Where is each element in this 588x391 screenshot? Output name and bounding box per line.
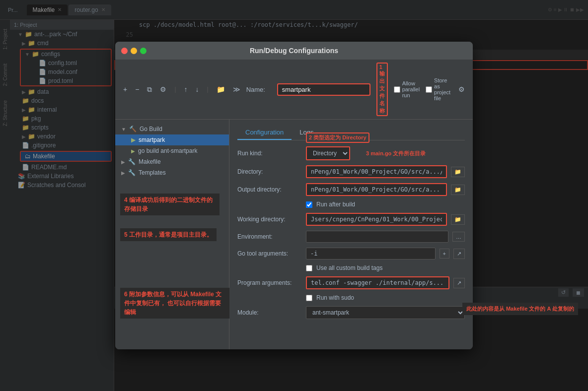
window-min-btn[interactable] — [131, 48, 137, 54]
output-dir-input[interactable] — [306, 183, 447, 196]
environment-input[interactable] — [306, 231, 448, 243]
name-label: Name: — [246, 86, 271, 93]
copy-config-btn[interactable]: ⧉ — [145, 84, 154, 95]
program-args-input[interactable] — [306, 276, 449, 289]
ann-4: 4 编译成功后得到的二进制文件的存储目录 — [120, 194, 220, 215]
move-down-btn[interactable]: ↓ — [194, 84, 201, 94]
window-buttons — [121, 48, 147, 54]
program-args-row: Program arguments: ↗ — [237, 276, 465, 289]
ann-6: 6 附加参数信息，可以从 Makefile 文件中复制已有， 也可以自行根据需要… — [120, 288, 229, 319]
ann-cmd: 此处的内容是从 Makefile 文件的 A 处复制的 — [462, 303, 578, 315]
custom-build-tags-checkbox[interactable] — [306, 265, 312, 271]
module-select[interactable]: ant-smartpark — [306, 306, 465, 319]
modal-titlebar: Run/Debug Configurations — [115, 42, 473, 60]
ann-3: 3 main.go 文件所在目录 — [364, 149, 428, 158]
ann-1: 1 输出文件名称 — [376, 63, 388, 116]
output-dir-row: Output directory: 📁 — [237, 183, 465, 196]
name-input-wrapper — [277, 83, 370, 96]
name-input[interactable] — [278, 84, 369, 95]
run-with-sudo-row: Run with sudo — [306, 294, 465, 301]
directory-label: Directory: — [237, 168, 302, 175]
directory-row: Directory: 📁 — [237, 165, 465, 178]
store-project-label: Store as project file — [426, 77, 450, 101]
settings-btn[interactable]: ⚙ — [158, 84, 168, 94]
directory-browse-btn[interactable]: 📁 — [451, 167, 465, 177]
go-build-icon: 🔨 — [129, 126, 137, 132]
go-build-label: Go Build — [140, 126, 162, 132]
go-build-ant-label: go build ant-smartpark — [138, 147, 197, 154]
ann-2: 2 类型选定为 Directory — [306, 132, 369, 143]
output-dir-label: Output directory: — [237, 186, 302, 193]
environment-row: Environment: … — [237, 231, 465, 243]
environment-label: Environment: — [237, 233, 302, 240]
allow-parallel-label: Allow parallel run — [394, 80, 420, 98]
smartpark-icon: ▶ — [131, 136, 136, 143]
run-kind-label: Run kind: — [237, 150, 302, 157]
ann-5: 5 工作目录，通常是项目主目录。 — [120, 228, 217, 241]
tree-smartpark[interactable]: ▶ smartpark — [115, 134, 229, 145]
templates-label: Templates — [139, 169, 166, 176]
store-project-checkbox[interactable] — [426, 86, 432, 93]
tab-configuration[interactable]: Configuration — [237, 126, 292, 140]
run-kind-row: Run kind: Directory Package File 2 类型选定为… — [237, 146, 465, 160]
tree-go-build[interactable]: ▼ 🔨 Go Build — [115, 124, 229, 134]
go-tool-args-label: Go tool arguments: — [237, 250, 302, 257]
output-dir-browse-btn[interactable]: 📁 — [451, 185, 465, 195]
modal-overlay: Run/Debug Configurations + − ⧉ ⚙ | ↑ ↓ |… — [0, 0, 588, 391]
run-with-sudo-checkbox[interactable] — [306, 295, 312, 301]
modal-toolbar: + − ⧉ ⚙ | ↑ ↓ | 📁 ≫ Name: 1 输出文件名称 Allow… — [115, 60, 473, 120]
working-dir-label: Working directory: — [237, 216, 302, 223]
tree-go-build-ant[interactable]: ▶ go build ant-smartpark — [115, 145, 229, 156]
modal-title: Run/Debug Configurations — [250, 47, 338, 55]
run-after-build-row: Run after build — [306, 201, 465, 208]
go-tool-args-expand[interactable]: ↗ — [453, 249, 465, 259]
run-kind-select[interactable]: Directory Package File — [306, 146, 350, 160]
go-tool-args-row: Go tool arguments: + ↗ — [237, 248, 465, 260]
makefile-tree-label: Makefile — [139, 158, 161, 165]
go-build-ant-icon: ▶ — [131, 148, 135, 154]
working-dir-row: Working directory: 📁 — [237, 213, 465, 226]
window-max-btn[interactable] — [140, 48, 147, 54]
module-label: Module: — [237, 309, 302, 316]
store-settings-btn[interactable]: ⚙ — [456, 84, 467, 94]
run-after-build-label: Run after build — [316, 201, 355, 208]
smartpark-label: smartpark — [139, 136, 165, 143]
custom-build-tags-row: Use all custom build tags — [306, 264, 465, 271]
folder-btn[interactable]: 📁 — [215, 84, 227, 94]
module-row: Module: ant-smartpark — [237, 306, 465, 319]
working-dir-input[interactable] — [306, 213, 447, 226]
window-close-btn[interactable] — [121, 48, 128, 54]
tree-makefile[interactable]: ▶ 🔧 Makefile — [115, 156, 229, 167]
directory-input[interactable] — [306, 165, 447, 178]
go-tool-args-add[interactable]: + — [440, 249, 449, 259]
more-btn[interactable]: ≫ — [231, 84, 242, 94]
go-tool-args-input[interactable] — [306, 248, 436, 260]
remove-config-btn[interactable]: − — [133, 84, 141, 94]
run-after-build-checkbox[interactable] — [306, 201, 312, 208]
program-args-label: Program arguments: — [237, 279, 302, 286]
move-up-btn[interactable]: ↑ — [182, 84, 190, 94]
modal-right-panel: Configuration Logs Run kind: Directory P… — [229, 120, 473, 349]
makefile-tree-icon: 🔧 — [128, 158, 136, 165]
run-with-sudo-label: Run with sudo — [316, 294, 354, 301]
working-dir-browse-btn[interactable]: 📁 — [451, 214, 465, 225]
makefile-tree-arrow: ▶ — [121, 159, 125, 165]
program-args-expand[interactable]: ↗ — [453, 278, 465, 288]
custom-build-tags-label: Use all custom build tags — [316, 264, 382, 271]
allow-parallel-checkbox[interactable] — [394, 86, 400, 93]
go-build-arrow: ▼ — [121, 127, 126, 132]
templates-icon: 🔧 — [128, 169, 136, 176]
tree-templates[interactable]: ▶ 🔧 Templates — [115, 167, 229, 178]
add-config-btn[interactable]: + — [121, 84, 129, 94]
environment-btn[interactable]: … — [452, 232, 465, 242]
templates-arrow: ▶ — [121, 170, 125, 176]
